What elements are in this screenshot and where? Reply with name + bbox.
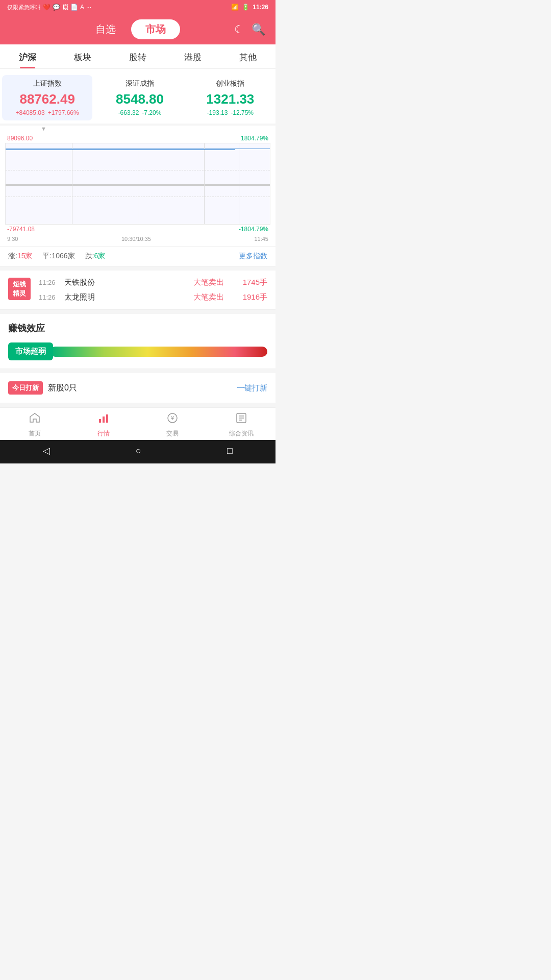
header-icons: ☾ 🔍	[234, 23, 265, 36]
index-name-2: 创业板指	[190, 79, 270, 88]
market-badge-row: 市场超弱	[8, 342, 267, 360]
market-badge[interactable]: 市场超弱	[8, 342, 53, 360]
nav-news-label: 综合资讯	[229, 429, 254, 438]
sl-volume-1: 1916手	[232, 292, 267, 302]
flat-label: 平:1066家	[42, 252, 74, 261]
tab-bar: 沪深 板块 股转 港股 其他	[0, 44, 276, 69]
nav-news[interactable]: 综合资讯	[207, 412, 276, 438]
short-line-badge[interactable]: 短线 精灵	[8, 278, 31, 300]
index-card-shanghai[interactable]: 上证指数 88762.49 +84085.03 +1797.66%	[2, 75, 92, 120]
bottom-nav: 首页 行情 ¥ 交易 综合资讯	[0, 407, 276, 440]
night-mode-icon[interactable]: ☾	[234, 23, 244, 36]
photo-icon: 🖼	[62, 4, 68, 11]
money-effect: 赚钱效应 市场超弱	[0, 314, 276, 369]
one-click-button[interactable]: 一键打新	[237, 383, 267, 393]
index-card-shenzhen[interactable]: 深证成指 8548.80 -663.32 -7.20%	[94, 75, 185, 120]
new-stocks-text: 新股0只	[48, 383, 232, 394]
chart-svg	[6, 143, 270, 224]
tab-sector[interactable]: 板块	[55, 44, 110, 68]
system-nav: ◁ ○ □	[0, 440, 276, 463]
flat-value: 1066家	[52, 252, 74, 260]
money-effect-title: 赚钱效应	[8, 322, 267, 334]
chart-labels-top: 89096.00 1804.79%	[5, 134, 270, 143]
index-change1-0: +84085.03	[16, 109, 45, 116]
nav-home[interactable]: 首页	[0, 412, 69, 438]
market-stats: 涨:15家 平:1066家 跌:6家 更多指数	[0, 246, 276, 266]
tab-hongkong[interactable]: 港股	[165, 44, 220, 68]
index-value-1: 8548.80	[99, 91, 180, 107]
chart-labels-bottom-values: -79741.08 -1804.79%	[5, 225, 270, 234]
sl-name-0[interactable]: 天铁股份	[64, 278, 186, 287]
rise-label: 涨:15家	[8, 252, 32, 261]
short-line-row-0: 11:26 天铁股份 大笔卖出 1745手	[39, 278, 267, 287]
trade-icon: ¥	[166, 412, 179, 427]
doc-icon: 📄	[70, 4, 78, 11]
back-button[interactable]: ◁	[43, 445, 50, 456]
index-change2-0: +1797.66%	[48, 109, 79, 116]
index-value-0: 88762.49	[7, 91, 87, 107]
header: 自选 市场 ☾ 🔍	[0, 14, 276, 44]
divider-4	[0, 403, 276, 403]
index-cards: 上证指数 88762.49 +84085.03 +1797.66% 深证成指 8…	[0, 69, 276, 124]
chart-top-right: 1804.79%	[241, 135, 268, 142]
msg-icon: 💬	[53, 4, 60, 11]
nav-market[interactable]: 行情	[69, 412, 138, 438]
wifi-icon: 📶	[231, 4, 239, 11]
svg-rect-2	[106, 414, 108, 423]
index-change2-1: -7.20%	[142, 109, 161, 116]
search-icon[interactable]: 🔍	[252, 23, 265, 36]
dots-icon: ···	[86, 4, 91, 11]
sl-name-1[interactable]: 太龙照明	[64, 292, 186, 302]
svg-text:¥: ¥	[170, 415, 174, 421]
chart-area[interactable]	[5, 143, 270, 225]
sl-action-0: 大笔卖出	[191, 278, 227, 287]
status-left: 仅限紧急呼叫 ❤️ 💬 🖼 📄 A ···	[7, 4, 91, 11]
selected-arrow: ▼	[0, 126, 276, 134]
tab-guzhuang[interactable]: 股转	[110, 44, 165, 68]
nav-market-label: 行情	[97, 429, 110, 438]
status-bar: 仅限紧急呼叫 ❤️ 💬 🖼 📄 A ··· 📶 🔋 11:26	[0, 0, 276, 14]
index-change1-2: -193.13	[207, 109, 228, 116]
sl-volume-0: 1745手	[232, 278, 267, 287]
svg-rect-1	[103, 416, 105, 423]
chart-bottom-left: -79741.08	[7, 226, 35, 233]
recent-button[interactable]: □	[227, 446, 233, 456]
nav-trade-label: 交易	[166, 429, 179, 438]
divider-2	[0, 309, 276, 310]
index-name-1: 深证成指	[99, 79, 180, 88]
chart-time-right: 11:45	[254, 236, 268, 242]
nav-home-label: 首页	[29, 429, 41, 438]
battery-icon: 🔋	[242, 4, 249, 11]
rise-value: 15家	[17, 252, 33, 260]
index-change-0: +84085.03 +1797.66%	[7, 109, 87, 116]
chart-container: 89096.00 1804.79% -79741.08 -1804.79% 9:…	[0, 134, 276, 246]
more-index-button[interactable]: 更多指数	[239, 252, 267, 261]
market-icon	[97, 412, 110, 427]
status-time: 11:26	[253, 4, 268, 11]
chart-top-left: 89096.00	[7, 135, 33, 142]
status-right: 📶 🔋 11:26	[231, 4, 268, 11]
index-card-chinext[interactable]: 创业板指 1321.33 -193.13 -12.75%	[185, 75, 276, 120]
tab-others[interactable]: 其他	[220, 44, 276, 68]
short-line-items: 11:26 天铁股份 大笔卖出 1745手 11:26 太龙照明 大笔卖出 19…	[39, 278, 267, 302]
chart-time-left: 9:30	[7, 236, 18, 242]
tab-hudepth[interactable]: 沪深	[0, 44, 55, 68]
new-stocks-tag: 今日打新	[8, 381, 43, 395]
a-icon: A	[80, 4, 84, 11]
sl-time-1: 11:26	[39, 293, 59, 301]
chart-bottom-right: -1804.79%	[239, 226, 268, 233]
divider-1	[0, 266, 276, 266]
sl-time-0: 11:26	[39, 279, 59, 286]
heart-icon: ❤️	[43, 4, 51, 11]
market-tab[interactable]: 市场	[131, 19, 180, 39]
index-change1-1: -663.32	[118, 109, 139, 116]
nav-trade[interactable]: ¥ 交易	[138, 412, 207, 438]
home-button[interactable]: ○	[136, 446, 141, 456]
gauge-bar	[50, 347, 267, 357]
svg-rect-0	[99, 419, 101, 423]
self-select-tab[interactable]: 自选	[95, 22, 116, 36]
fall-value: 6家	[94, 252, 105, 260]
news-icon	[235, 412, 247, 427]
index-change-1: -663.32 -7.20%	[99, 109, 180, 116]
divider-3	[0, 369, 276, 369]
